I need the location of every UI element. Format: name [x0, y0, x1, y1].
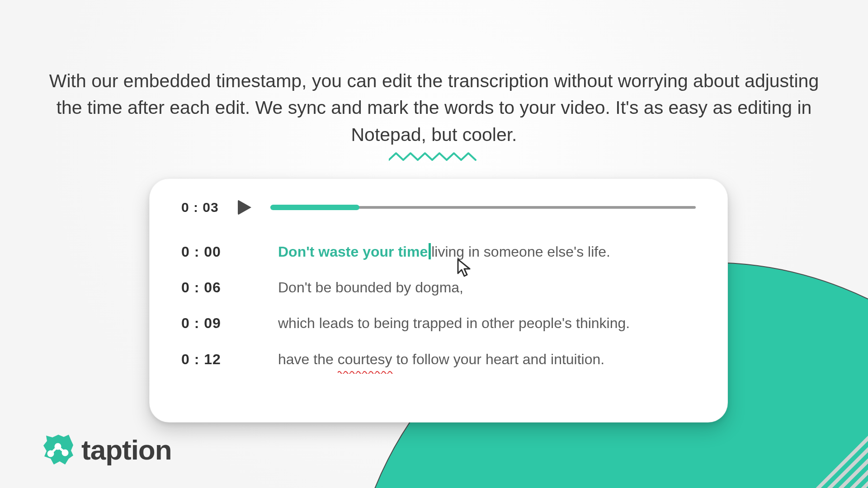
transcript-line[interactable]: 0 : 00 Don't waste your timeliving in so…: [181, 242, 696, 262]
brand-mark-icon: [42, 433, 75, 466]
brand-name: taption: [81, 434, 172, 466]
zigzag-divider-icon: [389, 152, 479, 162]
transcript-line[interactable]: 0 : 12 have the courtesy to follow your …: [181, 350, 696, 369]
transcript-line[interactable]: 0 : 06 Don't be bounded by dogma,: [181, 278, 696, 297]
transcript-text[interactable]: Don't be bounded by dogma,: [278, 278, 463, 297]
transcript-post: to follow your heart and intuition.: [392, 351, 605, 367]
timestamp: 0 : 12: [181, 351, 231, 368]
hero-description: With our embedded timestamp, you can edi…: [36, 68, 832, 148]
diagonal-stripes-decoration: [805, 434, 868, 488]
transcript-line[interactable]: 0 : 09 which leads to being trapped in o…: [181, 314, 696, 333]
seek-track-progress: [270, 205, 360, 210]
timestamp: 0 : 00: [181, 244, 231, 260]
text-caret: [429, 243, 431, 259]
player-controls: 0 : 03: [181, 200, 696, 215]
timestamp: 0 : 06: [181, 279, 231, 296]
transcript-pre: have the: [278, 351, 338, 367]
timestamp: 0 : 09: [181, 315, 231, 332]
play-button[interactable]: [238, 200, 251, 215]
current-time: 0 : 03: [181, 200, 219, 215]
spelling-error-word[interactable]: courtesy: [338, 350, 392, 369]
transcript-text[interactable]: have the courtesy to follow your heart a…: [278, 350, 604, 369]
brand-logo: taption: [42, 433, 172, 466]
transcript-rest: living in someone else's life.: [431, 244, 610, 260]
seek-track[interactable]: [270, 206, 696, 209]
transcript-text[interactable]: which leads to being trapped in other pe…: [278, 314, 630, 333]
highlighted-segment: Don't waste your time: [278, 244, 428, 260]
editor-card: 0 : 03 0 : 00 Don't waste your timelivin…: [149, 178, 728, 422]
transcript-text[interactable]: Don't waste your timeliving in someone e…: [278, 242, 610, 262]
